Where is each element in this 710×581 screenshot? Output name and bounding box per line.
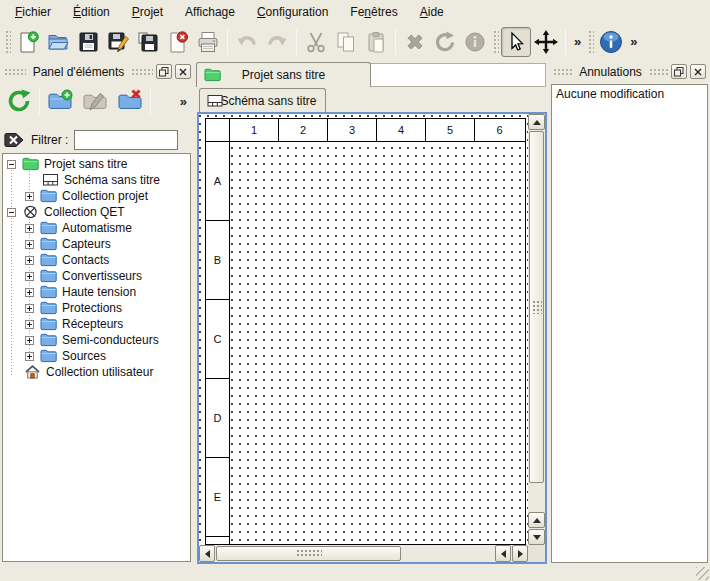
tree-item-protections[interactable]: Protections — [3, 300, 190, 316]
tree-item-recepteurs[interactable]: Récepteurs — [3, 316, 190, 332]
elements-tree: Projet sans titre Schéma sans titre Coll… — [2, 153, 191, 562]
resize-grip[interactable] — [696, 567, 709, 580]
menu-fenetres[interactable]: Fenêtres — [339, 2, 408, 22]
collapse-expander[interactable] — [7, 160, 16, 169]
panel-overflow-chevron[interactable]: » — [176, 94, 191, 109]
filter-input[interactable] — [74, 130, 178, 150]
scroll-left-button[interactable] — [495, 545, 511, 562]
expand-expander[interactable] — [25, 192, 34, 201]
row-header: A — [206, 142, 229, 221]
paste-button[interactable] — [361, 27, 391, 57]
select-cursor-icon — [504, 30, 528, 54]
reload-collections-button[interactable] — [4, 86, 34, 116]
menu-configuration[interactable]: Configuration — [246, 2, 339, 22]
menu-bar: Fichier Édition Projet Affichage Configu… — [0, 0, 710, 23]
sheet-corner-cell — [206, 119, 230, 142]
folder-icon — [40, 268, 57, 284]
tree-item-capteurs[interactable]: Capteurs — [3, 236, 190, 252]
tree-item-contacts[interactable]: Contacts — [3, 252, 190, 268]
expand-expander[interactable] — [25, 240, 34, 249]
undo-panel: Annulations Aucune modification — [551, 62, 708, 563]
toolbar-overflow-chevron[interactable]: » — [626, 34, 641, 49]
expand-expander[interactable] — [25, 304, 34, 313]
expand-expander[interactable] — [25, 352, 34, 361]
horizontal-scrollbar[interactable] — [199, 545, 528, 562]
scroll-up-button[interactable] — [528, 512, 545, 528]
horizontal-scroll-thumb[interactable] — [216, 546, 401, 561]
expand-expander[interactable] — [25, 224, 34, 233]
tree-item-schema-sans-titre[interactable]: Schéma sans titre — [3, 172, 190, 188]
clear-filter-icon[interactable] — [4, 130, 25, 150]
tree-item-automatisme[interactable]: Automatisme — [3, 220, 190, 236]
close-panel-button[interactable] — [690, 64, 706, 79]
tree-item-convertisseurs[interactable]: Convertisseurs — [3, 268, 190, 284]
expand-expander[interactable] — [25, 336, 34, 345]
folder-icon — [40, 316, 57, 332]
toolbar-drag-handle[interactable] — [587, 29, 594, 55]
folder-icon — [40, 284, 57, 300]
menu-affichage[interactable]: Affichage — [174, 2, 246, 22]
float-panel-button[interactable] — [671, 64, 687, 79]
delete-icon — [403, 30, 427, 54]
expand-expander[interactable] — [25, 320, 34, 329]
about-info-button[interactable] — [596, 27, 626, 57]
scroll-up-button[interactable] — [528, 114, 545, 130]
tree-item-projet-sans-titre[interactable]: Projet sans titre — [3, 156, 190, 172]
column-header: 1 — [230, 119, 279, 141]
close-document-button[interactable] — [163, 27, 193, 57]
open-project-button[interactable] — [43, 27, 73, 57]
expand-expander[interactable] — [25, 256, 34, 265]
float-panel-button[interactable] — [156, 64, 172, 79]
tree-item-collection-qet[interactable]: Collection QET — [3, 204, 190, 220]
select-mode-button[interactable] — [501, 27, 531, 57]
row-header: C — [206, 300, 229, 379]
expand-expander[interactable] — [25, 288, 34, 297]
toolbar-overflow-chevron[interactable]: » — [570, 34, 585, 49]
home-icon — [24, 364, 41, 380]
rotate-button[interactable] — [430, 27, 460, 57]
save-as-button[interactable] — [103, 27, 133, 57]
menu-fichier[interactable]: Fichier — [4, 2, 62, 22]
tree-item-collection-projet[interactable]: Collection projet — [3, 188, 190, 204]
delete-button[interactable] — [400, 27, 430, 57]
tab-projet-sans-titre[interactable]: Projet sans titre — [196, 62, 371, 87]
diagram-canvas[interactable]: 1 2 3 4 5 6 A B C D E — [197, 112, 547, 564]
close-panel-button[interactable] — [175, 64, 191, 79]
move-mode-button[interactable] — [531, 27, 561, 57]
new-category-button[interactable] — [45, 86, 75, 116]
collapse-expander[interactable] — [7, 208, 16, 217]
menu-edition[interactable]: Édition — [62, 2, 121, 22]
folder-icon — [40, 332, 57, 348]
right-arrow-icon — [518, 550, 523, 558]
expand-expander[interactable] — [25, 272, 34, 281]
copy-button[interactable] — [331, 27, 361, 57]
row-header: D — [206, 379, 229, 458]
redo-button[interactable] — [262, 27, 292, 57]
menu-aide[interactable]: Aide — [409, 2, 455, 22]
tree-item-semi-conducteurs[interactable]: Semi-conducteurs — [3, 332, 190, 348]
tree-item-collection-utilisateur[interactable]: Collection utilisateur — [3, 364, 190, 380]
undo-list-item[interactable]: Aucune modification — [552, 85, 707, 103]
edit-category-button[interactable] — [80, 86, 110, 116]
save-button[interactable] — [73, 27, 103, 57]
vertical-scroll-thumb[interactable] — [529, 131, 544, 483]
element-info-button[interactable] — [460, 27, 490, 57]
cut-button[interactable] — [301, 27, 331, 57]
scroll-left-button[interactable] — [199, 545, 215, 562]
toolbar-drag-handle[interactable] — [492, 29, 499, 55]
scroll-down-button[interactable] — [528, 529, 545, 545]
vertical-scrollbar[interactable] — [528, 114, 545, 545]
tab-label: Projet sans titre — [242, 68, 325, 82]
scroll-right-button[interactable] — [512, 545, 528, 562]
tree-item-sources[interactable]: Sources — [3, 348, 190, 364]
toolbar-drag-handle[interactable] — [4, 29, 11, 55]
delete-category-button[interactable] — [115, 86, 145, 116]
new-document-button[interactable] — [13, 27, 43, 57]
undo-button[interactable] — [232, 27, 262, 57]
tab-schema-sans-titre[interactable]: Schéma sans titre — [199, 88, 326, 112]
tree-item-haute-tension[interactable]: Haute tension — [3, 284, 190, 300]
save-all-button[interactable] — [133, 27, 163, 57]
menu-projet[interactable]: Projet — [121, 2, 174, 22]
diagram-scene[interactable]: 1 2 3 4 5 6 A B C D E — [199, 114, 545, 562]
print-button[interactable] — [193, 27, 223, 57]
